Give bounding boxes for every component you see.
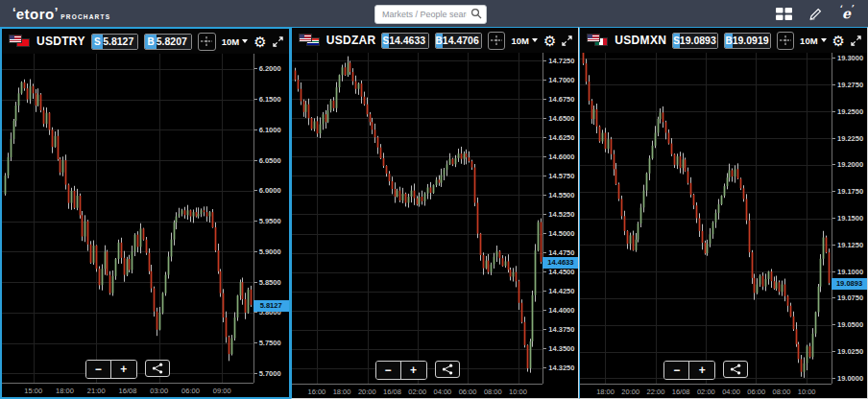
logo-procharts-text: PROCHARTS xyxy=(60,13,110,20)
zoom-out-button[interactable]: − xyxy=(376,362,401,379)
interval-dropdown[interactable]: 10M xyxy=(511,35,537,46)
time-axis-tick: 02:00 xyxy=(408,387,426,396)
time-axis-tick: 06:00 xyxy=(459,387,477,396)
price-axis[interactable]: 14.725014.700014.675014.650014.625014.60… xyxy=(542,53,578,384)
interval-label: 10M xyxy=(511,35,528,46)
crosshair-tool-button[interactable] xyxy=(488,32,506,50)
logo-horn-right: ’ xyxy=(55,8,59,17)
price-axis-tick: 6.1000 xyxy=(254,126,289,134)
settings-gear-icon[interactable]: ⚙ xyxy=(543,34,556,48)
expand-icon[interactable] xyxy=(562,35,572,46)
crosshair-tool-button[interactable] xyxy=(777,32,794,50)
current-price-tag: 5.8127 xyxy=(253,300,289,312)
buy-button[interactable]: B 5.8207 xyxy=(144,34,192,50)
sell-badge: S xyxy=(92,35,103,49)
price-axis-tick: 14.4250 xyxy=(543,287,578,295)
price-axis-tick: 14.5250 xyxy=(543,210,578,219)
sell-price: 5.8127 xyxy=(103,35,137,49)
time-axis-tick: 08:00 xyxy=(773,387,791,396)
price-axis-tick: 5.7000 xyxy=(254,369,289,378)
etoro-profile-icon[interactable]: ‘e’ xyxy=(839,6,854,21)
time-axis-tick: 16/08 xyxy=(119,387,137,395)
logo-horn-left: ‘ xyxy=(12,8,16,17)
zoom-in-button[interactable]: + xyxy=(689,362,714,379)
chevron-down-icon xyxy=(532,38,538,42)
sell-button[interactable]: S 14.4633 xyxy=(381,33,428,49)
pencil-icon[interactable] xyxy=(808,7,823,21)
interval-dropdown[interactable]: 10M xyxy=(800,35,826,46)
top-bar: ‘etoro’ PROCHARTS ‘e’ xyxy=(0,0,868,27)
candlestick-chart[interactable] xyxy=(2,54,253,383)
time-axis-tick: 04:00 xyxy=(722,387,740,396)
time-axis-tick: 06:00 xyxy=(181,387,200,395)
time-axis-tick: 15:00 xyxy=(24,387,42,395)
crosshair-icon xyxy=(490,35,503,46)
buy-button[interactable]: B 19.0919 xyxy=(724,33,770,49)
crosshair-tool-button[interactable] xyxy=(198,33,216,51)
chart-zoom-controls: − + xyxy=(292,361,543,380)
sell-price: 19.0893 xyxy=(680,34,719,48)
time-axis-tick: 10:00 xyxy=(509,387,527,396)
interval-dropdown[interactable]: 10M xyxy=(222,36,248,47)
expand-icon[interactable] xyxy=(851,35,861,46)
expand-icon[interactable] xyxy=(273,36,283,47)
price-axis-tick: 14.4000 xyxy=(543,306,578,315)
price-axis-tick: 19.1250 xyxy=(832,241,867,249)
layout-grid-icon[interactable] xyxy=(776,8,792,20)
zoom-button-group: − + xyxy=(375,361,427,380)
price-axis-tick: 19.2500 xyxy=(832,107,867,116)
settings-gear-icon[interactable]: ⚙ xyxy=(253,35,266,49)
price-axis-tick: 14.5000 xyxy=(543,229,578,238)
sell-button[interactable]: S 5.8127 xyxy=(91,34,139,50)
chart-panel: USDTRY S 5.8127 B 5.8207 10M ⚙ xyxy=(0,27,291,399)
symbol-label: USDTRY xyxy=(36,35,85,48)
time-axis-tick: 22:00 xyxy=(647,387,665,396)
time-axis[interactable]: 15:0018:0021:0016/0803:0006:0009:00 xyxy=(2,383,253,397)
time-axis-tick: 20:00 xyxy=(358,387,376,396)
share-icon xyxy=(152,363,163,374)
price-axis-tick: 14.6750 xyxy=(543,95,578,104)
price-axis[interactable]: 6.20006.15006.10006.05006.00005.95005.90… xyxy=(253,54,289,383)
candlestick-chart[interactable] xyxy=(580,53,832,384)
chart-area: 14.725014.700014.675014.650014.625014.60… xyxy=(292,53,579,398)
buy-button[interactable]: B 14.4706 xyxy=(435,33,482,49)
time-axis[interactable]: 16:0018:0020:0016/0802:0004:0006:0008:00… xyxy=(292,384,543,398)
time-axis-tick: 03:00 xyxy=(150,387,168,395)
settings-gear-icon[interactable]: ⚙ xyxy=(832,34,845,48)
base-currency-flag-icon xyxy=(9,35,22,43)
buy-price: 14.4706 xyxy=(443,34,482,48)
zoom-button-group: − + xyxy=(663,361,715,380)
time-axis-tick: 21:00 xyxy=(87,387,106,395)
share-button[interactable] xyxy=(723,361,748,378)
chart-zoom-controls: − + xyxy=(2,360,253,379)
price-axis-tick: 5.9500 xyxy=(254,217,289,225)
zoom-in-button[interactable]: + xyxy=(111,361,136,378)
price-axis-tick: 6.0500 xyxy=(254,156,289,165)
candlestick-chart[interactable] xyxy=(292,53,543,384)
current-price-tag: 19.0893 xyxy=(832,278,867,290)
price-axis-tick: 19.0750 xyxy=(832,293,867,302)
sell-button[interactable]: S 19.0893 xyxy=(672,33,718,49)
time-axis[interactable]: 18:0020:0022:0016/0802:0004:0006:0008:00… xyxy=(580,384,832,398)
base-currency-flag-icon xyxy=(299,34,312,42)
price-axis-tick: 19.3000 xyxy=(832,54,867,62)
price-axis[interactable]: 19.300019.275019.250019.225019.200019.17… xyxy=(832,53,867,384)
zoom-out-button[interactable]: − xyxy=(664,362,689,379)
chevron-down-icon xyxy=(821,38,827,42)
share-button[interactable] xyxy=(435,361,460,378)
price-axis-tick: 19.0500 xyxy=(832,320,867,329)
zoom-in-button[interactable]: + xyxy=(401,362,426,379)
chart-panel-header: USDTRY S 5.8127 B 5.8207 10M ⚙ xyxy=(2,29,289,54)
price-axis-tick: 14.4750 xyxy=(543,248,578,257)
currency-pair-flags-icon xyxy=(299,34,321,47)
share-button[interactable] xyxy=(145,360,170,377)
price-axis-tick: 14.5500 xyxy=(543,191,578,200)
chart-panel-header: USDZAR S 14.4633 B 14.4706 10M ⚙ xyxy=(292,28,579,53)
crosshair-icon xyxy=(200,35,213,47)
price-axis-tick: 5.9000 xyxy=(254,247,289,256)
buy-badge: B xyxy=(725,34,732,48)
symbol-label: USDZAR xyxy=(326,34,376,47)
zoom-button-group: − + xyxy=(85,360,137,379)
buy-badge: B xyxy=(436,34,443,48)
zoom-out-button[interactable]: − xyxy=(86,361,111,378)
